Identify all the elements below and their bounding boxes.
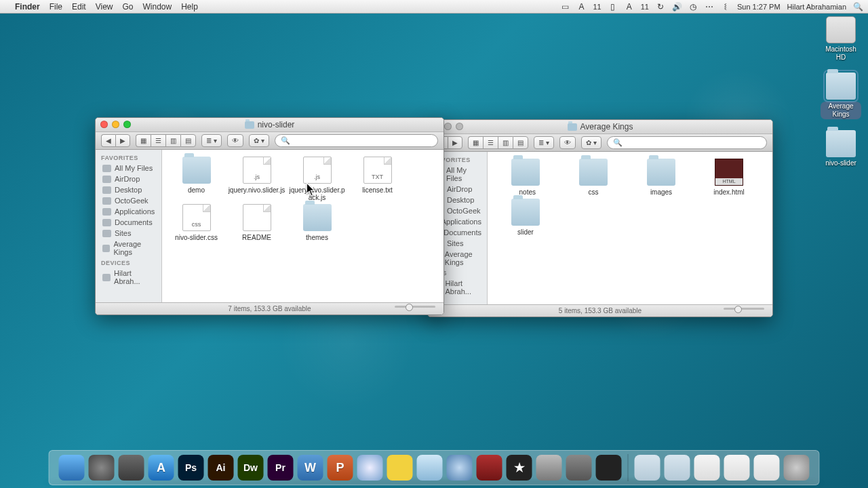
sidebar-item[interactable]: Average Kings [96,239,161,258]
menu-window[interactable]: Window [143,2,172,12]
coverflow-view-button[interactable]: ▤ [513,136,528,149]
quicklook-button[interactable]: 👁 [227,134,243,147]
dock-applications-stack[interactable] [635,455,660,481]
file-item[interactable]: cssnivo-slider.css [166,204,226,241]
menu-view[interactable]: View [96,2,113,12]
file-item[interactable]: TXTlicense.txt [347,157,408,201]
display-icon[interactable]: ▭ [560,2,570,12]
sidebar-item[interactable]: OctoGeek [96,195,161,206]
close-button[interactable] [100,121,108,128]
desktop-icon-average-kings[interactable]: Average Kings [821,73,861,119]
column-view-button[interactable]: ▥ [498,136,513,149]
file-pane[interactable]: _notescssimagesHTMLindex.htmlslider [488,152,772,304]
file-pane[interactable]: demo.jsjquery.nivo.slider.js.jsjquery.ni… [162,150,443,302]
dock-app-mission-control[interactable] [119,455,144,481]
dock-app-app-store[interactable]: A [149,455,174,481]
adobe-icon[interactable]: A [576,2,586,12]
dock-downloads-stack[interactable] [694,455,720,481]
icon-view-button[interactable]: ▦ [136,134,151,147]
dock-app-mail[interactable] [417,455,443,481]
search-field[interactable]: 🔍 [275,134,438,147]
wifi-icon[interactable]: ⧙ [721,2,730,12]
file-item[interactable]: themes [287,204,347,241]
dock-app-finder[interactable] [59,455,85,481]
coverflow-view-button[interactable]: ▤ [180,134,196,147]
arrange-button[interactable]: ≣ ▾ [201,134,222,147]
sidebar-item[interactable]: All My Files [96,163,161,174]
finder-window-back[interactable]: Average Kings ◀ ▶ ▦ ☰ ▥ ▤ ≣ ▾ 👁 ✿ ▾ 🔍 FA… [427,119,773,317]
sidebar-item[interactable]: Applications [96,206,161,217]
app-menu[interactable]: Finder [15,2,40,12]
dock-folder-stack[interactable] [754,455,780,481]
file-item[interactable]: images [627,159,695,196]
dock-app-word[interactable]: W [298,455,323,481]
dock-app-handbrake[interactable] [566,455,592,481]
zoom-button[interactable] [123,121,131,128]
desktop-icon-nivo-slider[interactable]: nivo-slider [821,130,861,167]
column-view-button[interactable]: ▥ [165,134,180,147]
list-view-button[interactable]: ☰ [151,134,165,147]
dock-app-illustrator[interactable]: Ai [208,455,234,481]
file-item[interactable]: README [226,204,287,241]
dock-trash[interactable] [784,455,810,481]
titlebar[interactable]: nivo-slider [96,118,443,132]
file-item[interactable]: css [559,159,627,196]
quicklook-button[interactable]: 👁 [559,136,576,149]
list-view-button[interactable]: ☰ [483,136,498,149]
menu-file[interactable]: File [50,2,62,12]
desktop-icon-hd[interactable]: Macintosh HD [821,16,861,62]
sidebar-item[interactable]: Documents [96,217,161,228]
arrange-button[interactable]: ≣ ▾ [534,136,554,149]
dock-app-final-cut[interactable] [596,455,622,481]
file-item[interactable]: demo [166,157,226,201]
forward-button[interactable]: ▶ [115,134,130,147]
search-field[interactable]: 🔍 [607,136,767,149]
finder-window-front[interactable]: nivo-slider ◀ ▶ ▦ ☰ ▥ ▤ ≣ ▾ 👁 ✿ ▾ 🔍 FAVO… [95,117,444,315]
action-button[interactable]: ✿ ▾ [581,136,601,149]
zoom-button[interactable] [456,123,463,130]
action-button[interactable]: ✿ ▾ [249,134,269,147]
minimize-button[interactable] [112,121,119,128]
menu-go[interactable]: Go [123,2,134,12]
sidebar-item[interactable]: Sites [96,228,161,239]
minimize-button[interactable] [444,123,452,130]
titlebar[interactable]: Average Kings [428,120,772,134]
file-item[interactable]: _notes [492,159,559,196]
dock-app-powerpoint[interactable]: P [328,455,353,481]
dock-app-preferences[interactable] [536,455,562,481]
dock-app-dreamweaver[interactable]: Dw [238,455,264,481]
volume-icon[interactable]: 🔊 [672,2,682,12]
clock[interactable]: Sun 1:27 PM [737,3,781,11]
icon-view-button[interactable]: ▦ [468,136,483,149]
file-item[interactable]: .jsjquery.nivo.slider.js [226,157,287,201]
dock-app-tweetdeck[interactable] [387,455,413,481]
menu-extras-icon[interactable]: ⋯ [705,2,714,12]
dock-app-launchpad[interactable] [89,455,115,481]
sidebar-item[interactable]: Desktop [96,184,161,195]
dock-app-iphoto[interactable] [477,455,502,481]
timemachine-icon[interactable]: ◷ [688,2,698,12]
forward-button[interactable]: ▶ [448,136,462,149]
file-item[interactable]: slider [492,199,559,236]
zoom-slider[interactable] [724,308,764,310]
sidebar-item[interactable]: Hilart Abrah... [96,268,161,287]
dock-app-itunes[interactable] [447,455,473,481]
dock-app-imovie[interactable]: ★ [507,455,532,481]
user-menu[interactable]: Hilart Abrahamian [787,3,846,11]
dock-app-premiere[interactable]: Pr [268,455,294,481]
adobe2-icon[interactable]: A [625,2,634,12]
menu-edit[interactable]: Edit [72,2,86,12]
dock-app-safari[interactable] [357,455,383,481]
file-item[interactable]: .jsjquery.nivo.slider.pack.js [287,157,347,201]
sync-icon[interactable]: ↻ [656,2,665,12]
zoom-slider[interactable] [395,306,435,308]
file-item[interactable]: HTMLindex.html [695,159,763,196]
menu-help[interactable]: Help [181,2,198,12]
battery1-icon[interactable]: ▯ [608,2,618,12]
dock-app-photoshop[interactable]: Ps [178,455,204,481]
back-button[interactable]: ◀ [101,134,115,147]
spotlight-icon[interactable]: 🔍 [853,2,863,12]
sidebar-item[interactable]: AirDrop [96,174,161,184]
dock-documents-stack[interactable] [665,455,690,481]
dock-desktop-stack[interactable] [724,455,750,481]
